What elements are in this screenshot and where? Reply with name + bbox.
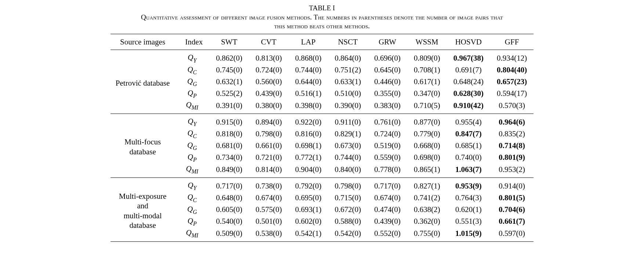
index-cell: QY [178,114,209,128]
col-method: LAP [289,34,328,50]
source-cell: Multi-focusdatabase [111,114,179,178]
value-cell: 0.779(0) [407,128,447,140]
value-cell: 0.813(0) [249,50,289,64]
value-cell: 1.015(9) [447,227,490,242]
value-cell: 0.910(42) [447,100,490,114]
value-cell: 0.551(3) [447,216,490,227]
value-cell: 0.734(0) [209,152,249,164]
index-cell: QP [178,88,209,100]
value-cell: 0.602(0) [289,216,328,227]
value-cell: 0.710(5) [407,100,447,114]
value-cell: 0.362(0) [407,216,447,227]
value-cell: 0.964(6) [490,114,533,128]
value-cell: 0.894(0) [249,114,289,128]
value-cell: 0.594(17) [490,88,533,100]
value-cell: 0.661(7) [490,216,533,227]
value-cell: 0.632(1) [209,76,249,88]
value-cell: 0.644(0) [289,76,328,88]
value-cell: 0.674(0) [249,192,289,204]
value-cell: 0.744(0) [289,64,328,76]
value-cell: 0.597(0) [490,227,533,242]
index-cell: QC [178,64,209,76]
value-cell: 0.862(0) [209,50,249,64]
col-method: WSSM [407,34,447,50]
value-cell: 0.744(0) [328,152,368,164]
value-cell: 0.738(0) [249,178,289,192]
value-cell: 0.764(3) [447,192,490,204]
value-cell: 0.698(0) [407,152,447,164]
col-index: Index [178,34,209,50]
value-cell: 0.804(40) [490,64,533,76]
index-cell: QP [178,152,209,164]
value-cell: 0.915(0) [209,114,249,128]
value-cell: 0.605(0) [209,204,249,216]
value-cell: 0.914(0) [490,178,533,192]
value-cell: 0.955(4) [447,114,490,128]
index-cell: QMI [178,227,209,242]
value-cell: 0.847(7) [447,128,490,140]
value-cell: 0.525(2) [209,88,249,100]
value-cell: 0.904(0) [289,164,328,178]
value-cell: 0.439(0) [368,216,407,227]
value-cell: 0.816(0) [289,128,328,140]
col-method: NSCT [328,34,368,50]
value-cell: 0.509(0) [209,227,249,242]
value-cell: 0.542(0) [328,227,368,242]
value-cell: 0.691(7) [447,64,490,76]
value-cell: 0.519(0) [368,140,407,152]
col-source: Source images [111,34,179,50]
index-cell: QC [178,192,209,204]
value-cell: 0.661(0) [249,140,289,152]
table-row: Multi-exposureandmulti-modaldatabaseQY0.… [111,178,533,192]
value-cell: 0.538(0) [249,227,289,242]
value-cell: 0.542(1) [289,227,328,242]
caption-line-2: this method beats other methods. [7,22,637,31]
value-cell: 0.439(0) [249,88,289,100]
value-cell: 0.721(0) [249,152,289,164]
value-cell: 0.559(0) [368,152,407,164]
value-cell: 0.355(0) [368,88,407,100]
col-method: SWT [209,34,249,50]
value-cell: 0.698(1) [289,140,328,152]
value-cell: 0.657(23) [490,76,533,88]
source-cell: Petrović database [111,50,179,114]
value-cell: 0.934(12) [490,50,533,64]
value-cell: 0.638(2) [407,204,447,216]
value-cell: 0.835(2) [490,128,533,140]
value-cell: 0.864(0) [328,50,368,64]
value-cell: 0.751(2) [328,64,368,76]
index-cell: QY [178,178,209,192]
value-cell: 0.717(0) [209,178,249,192]
value-cell: 0.575(0) [249,204,289,216]
value-cell: 0.717(0) [368,178,407,192]
table-row: Multi-focusdatabaseQY0.915(0)0.894(0)0.9… [111,114,533,128]
value-cell: 0.648(0) [209,192,249,204]
value-cell: 0.911(0) [328,114,368,128]
value-cell: 0.628(30) [447,88,490,100]
value-cell: 0.724(0) [368,128,407,140]
value-cell: 0.648(24) [447,76,490,88]
value-cell: 0.849(0) [209,164,249,178]
value-cell: 0.829(1) [328,128,368,140]
value-cell: 0.474(0) [368,204,407,216]
value-cell: 0.801(5) [490,192,533,204]
value-cell: 0.383(0) [368,100,407,114]
value-cell: 0.953(2) [490,164,533,178]
value-cell: 0.673(0) [328,140,368,152]
value-cell: 0.714(8) [490,140,533,152]
value-cell: 0.967(38) [447,50,490,64]
value-cell: 0.772(1) [289,152,328,164]
value-cell: 0.745(0) [209,64,249,76]
value-cell: 0.814(0) [249,164,289,178]
value-cell: 0.674(0) [368,192,407,204]
index-cell: QG [178,140,209,152]
index-cell: QMI [178,164,209,178]
value-cell: 0.391(0) [209,100,249,114]
value-cell: 0.724(0) [249,64,289,76]
value-cell: 0.798(0) [249,128,289,140]
value-cell: 0.588(0) [328,216,368,227]
col-method: HOSVD [447,34,490,50]
value-cell: 0.446(0) [368,76,407,88]
value-cell: 0.570(3) [490,100,533,114]
value-cell: 0.798(0) [328,178,368,192]
